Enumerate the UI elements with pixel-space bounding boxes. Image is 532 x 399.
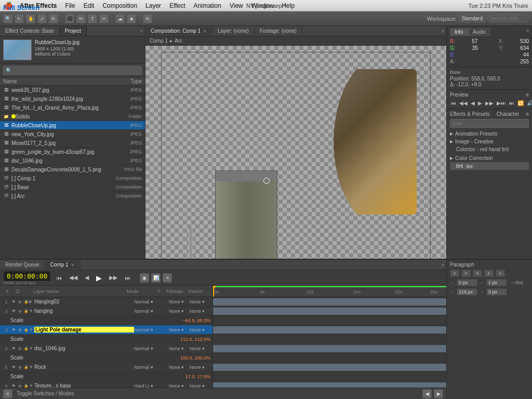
track-bar[interactable] [213, 345, 446, 352]
layer-vis-btn[interactable]: 👁 [10, 364, 17, 370]
solo-switches-btn[interactable]: ≡ [163, 273, 172, 283]
timeline-bottom-btn1[interactable]: ◀ [422, 389, 432, 398]
align-left-btn[interactable]: ≡ [450, 270, 459, 277]
toolbar-btn-3[interactable]: ✋ [26, 14, 35, 23]
layer-solo-btn[interactable]: ◎ [17, 345, 23, 352]
comp1-timeline-tab[interactable]: Comp 1 ✕ [45, 261, 81, 269]
layer-row[interactable]: 5👁◎🔒▼RockNormal ▾None ▾None ▾ [0, 363, 212, 372]
layer-mode-label[interactable]: Normal ▾ [134, 327, 163, 332]
layer-expand-btn[interactable]: ▶ [29, 299, 34, 304]
project-tab[interactable]: Project [60, 26, 87, 36]
layer-lock-btn[interactable]: 🔒 [23, 308, 29, 314]
layer-vis-btn[interactable]: 👁 [10, 299, 17, 305]
layer-row[interactable]: 1👁◎🔒▶Hanging02Normal ▾None ▾None ▾ [0, 297, 212, 307]
layer-solo-btn[interactable]: ◎ [17, 299, 23, 305]
file-item[interactable]: 🖼green_jungle_by_buim-d3cap67.jpgJPEG [0, 148, 145, 156]
workspace-dropdown[interactable]: Standard [459, 15, 485, 22]
footage-tab[interactable]: Footage: (none) [255, 27, 302, 35]
prev-audio-btn[interactable]: 🔊 [526, 100, 532, 107]
colorize-effect[interactable]: Colorize - red hand tint [450, 145, 529, 153]
track-bar[interactable] [213, 382, 446, 388]
graph-editor-btn[interactable]: 📊 [151, 273, 161, 283]
tint-effect[interactable]: tinttint [450, 162, 529, 170]
track-bar[interactable] [213, 308, 446, 315]
timeline-bottom-btn2[interactable]: ▶ [434, 389, 443, 398]
align-center-btn[interactable]: ≡ [461, 270, 471, 277]
layer-mode-label[interactable]: Normal ▾ [134, 365, 163, 370]
layer-row[interactable]: 3👁◎🔒▼Light Pole damageNormal ▾None ▾None… [0, 325, 212, 335]
file-item[interactable]: 🖼dsc_1046.jpgJPEG [0, 156, 145, 165]
layer-lock-btn[interactable]: 🔒 [23, 383, 29, 388]
layer-expand-btn[interactable]: ▼ [29, 383, 34, 388]
layer-sub-value[interactable]: 17.0, 17.0% [185, 374, 210, 379]
comp-tab-1[interactable]: Composition: Comp 1 ✕ [145, 27, 212, 35]
layer-solo-btn[interactable]: ◎ [17, 308, 23, 314]
file-item[interactable]: 🖼DecalsDamageConcrete0008_1_5.pngPNG fil… [0, 165, 145, 174]
breadcrumb-comp1[interactable]: Comp 1 [150, 38, 168, 44]
preview-menu[interactable]: ≡ [526, 92, 529, 98]
effects-menu[interactable]: ≡ [526, 111, 529, 117]
layer-lock-btn[interactable]: 🔒 [23, 364, 29, 370]
prev-fwd-btn[interactable]: ▶⏭ [496, 100, 507, 107]
toggle-switches-btn[interactable]: ≡ [3, 389, 12, 398]
effect-controls-tab[interactable]: Effect Controls: Base [0, 26, 60, 36]
layer-vis-btn[interactable]: 👁 [10, 345, 17, 352]
layer-solo-btn[interactable]: ◎ [17, 327, 23, 333]
info-panel-menu[interactable]: ≡ [526, 28, 529, 36]
layer-row[interactable]: 4👁◎🔒▼dsc_1046.jpgNormal ▾None ▾None ▾ [0, 344, 212, 353]
toolbar-btn-5[interactable]: ↻ [49, 14, 58, 23]
breadcrumb-arc[interactable]: Arc [175, 38, 182, 44]
info-tab[interactable]: Info [450, 28, 468, 36]
panel-menu[interactable]: ≡ [140, 26, 145, 36]
toolbar-btn-11[interactable]: ◈ [127, 14, 136, 23]
margin-input[interactable] [457, 288, 477, 296]
file-item[interactable]: 🖼The_fot...t_at_Grand_Army_Plaza.jpgJPEG [0, 103, 145, 112]
layer-row[interactable]: 2👁◎🔒▼hangingNormal ▾None ▾None ▾ [0, 307, 212, 316]
prev-last-btn[interactable]: ⏭ [508, 100, 515, 107]
comp-tab-close[interactable]: ✕ [203, 29, 207, 34]
color-correction-header[interactable]: ▶ Color Correction [450, 154, 529, 162]
transport-play[interactable]: ▶ [94, 273, 104, 283]
menu-animation[interactable]: Animation [190, 2, 225, 9]
effects-search-input[interactable] [450, 119, 529, 128]
toolbar-btn-1[interactable]: 🔍 [3, 14, 12, 23]
playhead[interactable] [213, 286, 214, 297]
layer-sub-value[interactable]: 100.0, 100.0% [180, 355, 210, 361]
motion-blur-btn[interactable]: ◉ [140, 273, 149, 283]
timecode-display-main[interactable]: 0:00:00:00 00000 (24.00 fps) [3, 271, 51, 285]
prev-play-btn[interactable]: ▶ [477, 100, 483, 107]
toolbar-btn-12[interactable]: ⟲ [143, 14, 152, 23]
layer-tab[interactable]: Layer: (none) [212, 27, 254, 35]
full-screen-label[interactable]: Full Screen [0, 0, 43, 15]
track-bar[interactable] [213, 298, 446, 305]
track-bar[interactable] [213, 364, 446, 371]
layer-mode-label[interactable]: Normal ▾ [134, 346, 163, 351]
toolbar-btn-4[interactable]: ⤢ [37, 14, 47, 23]
layer-mode-label[interactable]: Normal ▾ [134, 299, 163, 304]
menu-effect[interactable]: Effect [165, 2, 189, 9]
prev-loop-btn[interactable]: 🔁 [516, 100, 525, 107]
layer-vis-btn[interactable]: 👁 [10, 308, 17, 314]
indent-left-input[interactable] [457, 279, 477, 286]
layer-lock-btn[interactable]: 🔒 [23, 345, 29, 352]
menu-layer[interactable]: Layer [141, 2, 165, 9]
render-queue-tab[interactable]: Render Queue [0, 261, 45, 269]
toolbar-btn-9[interactable]: ✂ [99, 14, 109, 23]
menu-composition[interactable]: Composition [98, 2, 141, 9]
comp1-tab-close[interactable]: ✕ [71, 262, 75, 268]
layer-row[interactable]: 6👁◎🔒▼Texture...s baseHard Li ▾None ▾None… [0, 381, 212, 388]
align-full-btn[interactable]: ≡ [496, 270, 505, 277]
file-item[interactable]: 🎬[.] ArcComposition [0, 192, 145, 201]
menu-file[interactable]: File [61, 2, 79, 9]
prev-step-back-btn[interactable]: ◀ [470, 100, 476, 107]
menu-edit[interactable]: Edit [79, 2, 99, 9]
layer-solo-btn[interactable]: ◎ [17, 364, 23, 370]
indent-right-input[interactable] [486, 279, 507, 286]
timeline-menu[interactable]: ≡ [442, 262, 446, 268]
layer-sub-value[interactable]: 112.0, 112.0% [180, 337, 210, 342]
align-justify-btn[interactable]: ≡ [484, 270, 494, 277]
file-item[interactable]: 🖼new_York_City.jpgJPEG [0, 130, 145, 139]
search-help-input[interactable] [487, 15, 529, 22]
file-item[interactable]: 🎬[.] BaseComposition [0, 183, 145, 192]
file-item[interactable]: 🖼week35_037.jpgJPEG [0, 86, 145, 95]
